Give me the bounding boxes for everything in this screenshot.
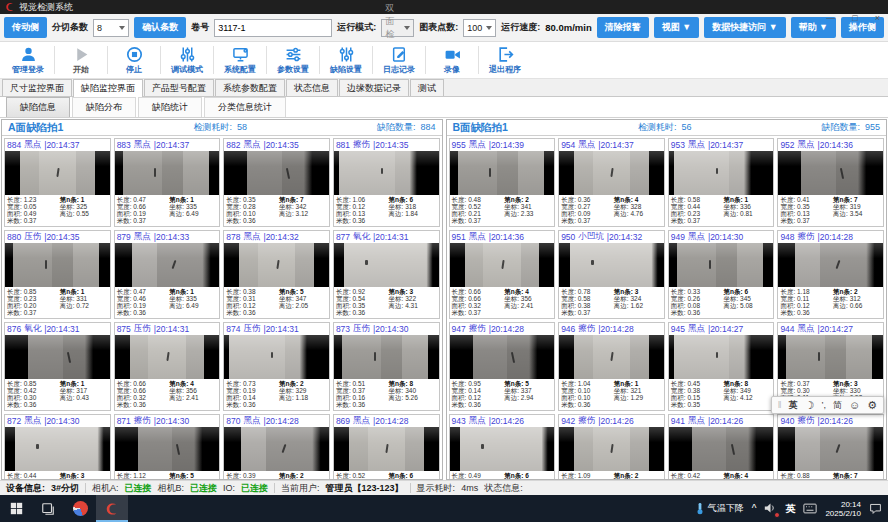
defect-image[interactable] <box>559 243 664 287</box>
tab-system-param-config[interactable]: 系统参数配置 <box>215 79 285 96</box>
ime-shape-moon-icon[interactable]: ☽ <box>805 397 815 413</box>
run-mode-select[interactable]: 双面检测 <box>381 19 414 37</box>
minimize-icon[interactable]: — <box>826 13 835 23</box>
defect-cell[interactable]: 873 压伤 |20:14:30 长度: 0.51 宽度: 0.37 面积: 0… <box>333 322 440 411</box>
tab-size-monitor[interactable]: 尺寸监控界面 <box>2 79 72 96</box>
defect-cell[interactable]: 955 黑点 |20:14:39 长度: 0.48 宽度: 0.52 面积: 0… <box>449 138 556 227</box>
ime-emoji-icon[interactable]: ☺ <box>849 397 860 413</box>
taskbar-language-indicator[interactable]: 英 <box>785 502 795 516</box>
start-menu-button[interactable] <box>0 495 32 522</box>
subtab-defect-info[interactable]: 缺陷信息 <box>6 97 70 117</box>
defect-cell[interactable]: 947 擦伤 |20:14:28 长度: 0.95 宽度: 0.14 面积: 0… <box>449 322 556 411</box>
defect-cell[interactable]: 878 黑点 |20:14:32 长度: 0.38 宽度: 0.31 面积: 0… <box>223 230 330 319</box>
defect-image[interactable] <box>115 151 220 195</box>
chart-points-select[interactable]: 100 <box>463 19 496 37</box>
stop-button[interactable]: 停止 <box>108 43 160 78</box>
defect-image[interactable] <box>778 335 883 379</box>
defect-cell[interactable]: 870 黑点 |20:14:28 长度: 0.39 宽度: 0.33 面积: 0… <box>223 414 330 479</box>
defect-image[interactable] <box>559 427 664 471</box>
defect-image[interactable] <box>450 427 555 471</box>
defect-image[interactable] <box>224 243 329 287</box>
defect-image[interactable] <box>334 335 439 379</box>
defect-image[interactable] <box>224 427 329 471</box>
defect-settings-button[interactable]: 缺陷设置 <box>320 43 372 78</box>
ime-english-toggle[interactable]: 英 <box>789 397 798 413</box>
confirm-count-button[interactable]: 确认条数 <box>134 17 186 38</box>
defect-image[interactable] <box>115 335 220 379</box>
defect-cell[interactable]: 950 小凹坑 |20:14:32 长度: 0.78 宽度: 0.58 面积: … <box>558 230 665 319</box>
defect-image[interactable] <box>334 243 439 287</box>
slit-count-select[interactable]: 8 <box>93 19 129 37</box>
defect-cell[interactable]: 884 黑点 |20:14:37 长度: 1.23 宽度: 0.05 面积: 0… <box>4 138 111 227</box>
admin-login-button[interactable]: 管理登录 <box>2 43 54 78</box>
defect-image[interactable] <box>559 151 664 195</box>
roll-no-input[interactable] <box>214 19 332 37</box>
defect-image[interactable] <box>778 243 883 287</box>
defect-image[interactable] <box>669 427 774 471</box>
subtab-defect-stats[interactable]: 缺陷统计 <box>138 97 202 117</box>
view-menu-button[interactable]: 视图 ▼ <box>654 17 699 38</box>
subtab-class-info-stats[interactable]: 分类信息统计 <box>204 97 286 117</box>
defect-image[interactable] <box>334 151 439 195</box>
defect-cell[interactable]: 941 黑点 |20:14:26 长度: 0.42 宽度: 0.36 面积: 0… <box>668 414 775 479</box>
defect-image[interactable] <box>115 427 220 471</box>
task-view-button[interactable] <box>32 495 64 522</box>
defect-cell[interactable]: 879 黑点 |20:14:33 长度: 0.47 宽度: 0.46 面积: 0… <box>114 230 221 319</box>
defect-cell[interactable]: 869 黑点 |20:14:28 长度: 0.52 宽度: 0.41 面积: 0… <box>333 414 440 479</box>
defect-cell[interactable]: 880 压伤 |20:14:35 长度: 0.85 宽度: 0.23 面积: 0… <box>4 230 111 319</box>
ime-settings-gear-icon[interactable]: ⚙ <box>867 397 877 413</box>
taskbar-clock[interactable]: 20:14 2025/2/10 <box>825 500 861 518</box>
defect-cell[interactable]: 882 黑点 |20:14:35 长度: 0.35 宽度: 0.28 面积: 0… <box>223 138 330 227</box>
taskbar-app-browser[interactable] <box>64 495 96 522</box>
tab-test[interactable]: 测试 <box>410 79 444 96</box>
defect-image[interactable] <box>5 151 110 195</box>
defect-cell[interactable]: 872 黑点 |20:14:30 长度: 0.44 宽度: 0.29 面积: 0… <box>4 414 111 479</box>
volume-tray-button[interactable] <box>764 502 777 516</box>
log-record-button[interactable]: 日志记录 <box>373 43 425 78</box>
defect-image[interactable] <box>559 335 664 379</box>
defect-cell[interactable]: 877 氧化 |20:14:31 长度: 0.92 宽度: 0.54 面积: 0… <box>333 230 440 319</box>
defect-image[interactable] <box>5 427 110 471</box>
tab-edge-data-record[interactable]: 边缘数据记录 <box>339 79 409 96</box>
action-center-icon[interactable] <box>869 502 882 515</box>
defect-cell[interactable]: 946 擦伤 |20:14:28 长度: 1.04 宽度: 0.10 面积: 0… <box>558 322 665 411</box>
defect-cell[interactable]: 943 黑点 |20:14:26 长度: 0.49 宽度: 0.43 面积: 0… <box>449 414 556 479</box>
defect-image[interactable] <box>334 427 439 471</box>
defect-image[interactable] <box>224 151 329 195</box>
defect-image[interactable] <box>450 151 555 195</box>
defect-cell[interactable]: 871 擦伤 |20:14:30 长度: 1.12 宽度: 0.09 面积: 0… <box>114 414 221 479</box>
exit-program-button[interactable]: 退出程序 <box>479 43 531 78</box>
subtab-defect-distribution[interactable]: 缺陷分布 <box>72 97 136 117</box>
defect-image[interactable] <box>5 335 110 379</box>
drive-side-button[interactable]: 传动侧 <box>4 17 47 38</box>
ime-simplified-toggle[interactable]: 简 <box>833 397 842 413</box>
defect-cell[interactable]: 874 压伤 |20:14:31 长度: 0.73 宽度: 0.19 面积: 0… <box>223 322 330 411</box>
defect-cell[interactable]: 881 擦伤 |20:14:35 长度: 1.06 宽度: 0.12 面积: 0… <box>333 138 440 227</box>
taskbar-app-inspection[interactable] <box>96 495 128 522</box>
tab-product-model-config[interactable]: 产品型号配置 <box>144 79 214 96</box>
ime-grip-icon[interactable]: ‖ <box>778 397 782 413</box>
system-config-button[interactable]: 系统配置 <box>214 43 266 78</box>
clear-alarm-button[interactable]: 清除报警 <box>597 17 649 38</box>
defect-image[interactable] <box>778 151 883 195</box>
defect-cell[interactable]: 883 黑点 |20:14:37 长度: 0.47 宽度: 0.66 面积: 0… <box>114 138 221 227</box>
ime-punctuation-toggle[interactable]: ’, <box>821 397 826 413</box>
close-icon[interactable]: × <box>875 13 880 23</box>
tab-status-info[interactable]: 状态信息 <box>286 79 338 96</box>
defect-cell[interactable]: 876 氧化 |20:14:31 长度: 0.85 宽度: 0.42 面积: 0… <box>4 322 111 411</box>
defect-image[interactable] <box>450 335 555 379</box>
defect-cell[interactable]: 945 黑点 |20:14:27 长度: 0.45 宽度: 0.38 面积: 0… <box>668 322 775 411</box>
defect-cell[interactable]: 942 擦伤 |20:14:26 长度: 1.09 宽度: 0.13 面积: 0… <box>558 414 665 479</box>
defect-cell[interactable]: 953 黑点 |20:14:37 长度: 0.58 宽度: 0.44 面积: 0… <box>668 138 775 227</box>
defect-cell[interactable]: 948 擦伤 |20:14:28 长度: 1.18 宽度: 0.11 面积: 0… <box>777 230 884 319</box>
defect-image[interactable] <box>224 335 329 379</box>
maximize-icon[interactable]: □ <box>852 13 857 23</box>
param-settings-button[interactable]: 参数设置 <box>267 43 319 78</box>
weather-widget[interactable]: 气温下降 <box>695 502 744 515</box>
defect-image[interactable] <box>5 243 110 287</box>
defect-cell[interactable]: 875 压伤 |20:14:31 长度: 0.66 宽度: 0.66 面积: 0… <box>114 322 221 411</box>
defect-image[interactable] <box>669 243 774 287</box>
defect-cell[interactable]: 952 黑点 |20:14:36 长度: 0.41 宽度: 0.35 面积: 0… <box>777 138 884 227</box>
data-access-menu-button[interactable]: 数据快捷访问 ▼ <box>704 17 785 38</box>
tray-expand-caret[interactable]: ^ <box>752 503 757 514</box>
